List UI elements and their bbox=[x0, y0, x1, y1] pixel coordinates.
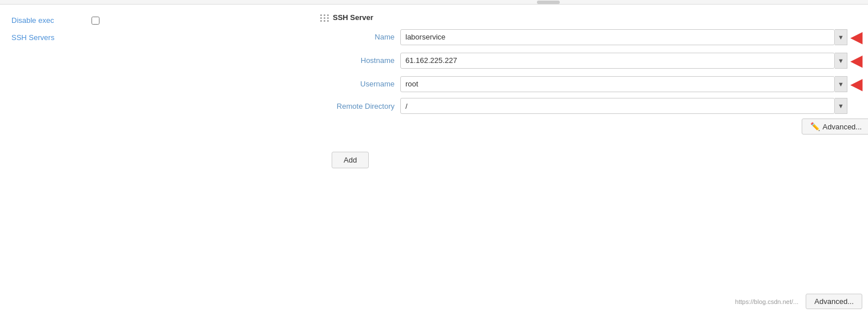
username-input-wrapper: ▼ bbox=[400, 76, 847, 92]
name-row: Name ▼ ◀ 任意起名的远程服务器地址 bbox=[320, 27, 868, 46]
bottom-advanced-button[interactable]: Advanced... bbox=[806, 294, 862, 309]
name-side-btn[interactable]: ▼ bbox=[835, 29, 847, 45]
left-sidebar: Disable exec SSH Servers bbox=[0, 10, 320, 137]
section-title: SSH Server bbox=[333, 13, 373, 22]
hostname-row: Hostname ▼ ◀ 服务器远程地址 bbox=[320, 51, 868, 70]
hostname-arrow-wrapper: ▼ ◀ 服务器远程地址 bbox=[400, 51, 868, 70]
advanced-button[interactable]: ✏️ Advanced... bbox=[802, 119, 868, 135]
disable-exec-label: Disable exec bbox=[11, 16, 91, 25]
username-arrow-icon: ◀ bbox=[850, 74, 863, 93]
hostname-input[interactable] bbox=[400, 53, 835, 69]
config-panel: SSH Server Name ▼ ◀ 任意起名的远程服务器地址 bbox=[320, 10, 868, 137]
pencil-icon: ✏️ bbox=[810, 122, 820, 131]
hostname-label: Hostname bbox=[320, 56, 400, 65]
add-button[interactable]: Add bbox=[332, 152, 369, 168]
remote-directory-side-btn[interactable]: ▼ bbox=[835, 98, 847, 114]
hostname-input-wrapper: ▼ bbox=[400, 53, 847, 69]
remote-directory-row: Remote Directory ▼ bbox=[320, 98, 868, 114]
name-input[interactable] bbox=[400, 29, 835, 45]
scrollbar-thumb[interactable] bbox=[537, 1, 560, 4]
hostname-side-btn[interactable]: ▼ bbox=[835, 53, 847, 69]
disable-exec-checkbox[interactable] bbox=[91, 17, 99, 25]
form-rows: Name ▼ ◀ 任意起名的远程服务器地址 Hostname bbox=[320, 27, 868, 114]
bottom-advanced-label: Advanced... bbox=[814, 297, 854, 306]
watermark-url: https://blog.csdn.net/... bbox=[735, 298, 799, 305]
remote-directory-input-wrapper: ▼ bbox=[400, 98, 847, 114]
main-content: Disable exec SSH Servers SSH Server bbox=[0, 5, 868, 143]
top-scrollbar bbox=[0, 0, 868, 5]
username-side-btn[interactable]: ▼ bbox=[835, 76, 847, 92]
buttons-row: ✏️ Advanced... Test Configuration Delete bbox=[320, 119, 868, 135]
ssh-servers-link[interactable]: SSH Servers bbox=[11, 33, 309, 42]
page-container: Disable exec SSH Servers SSH Server bbox=[0, 0, 868, 312]
username-row: Username ▼ ◀ 登录用户 bbox=[320, 74, 868, 93]
section-header: SSH Server bbox=[320, 13, 373, 22]
disable-exec-row: Disable exec bbox=[11, 16, 309, 25]
name-input-wrapper: ▼ bbox=[400, 29, 847, 45]
hostname-arrow-icon: ◀ bbox=[850, 51, 863, 70]
name-label: Name bbox=[320, 33, 400, 41]
ssh-server-section: SSH Server bbox=[320, 13, 868, 22]
advanced-label: Advanced... bbox=[823, 123, 862, 131]
drag-handle-icon[interactable] bbox=[320, 14, 329, 22]
username-label: Username bbox=[320, 80, 400, 88]
name-arrow-wrapper: ▼ ◀ 任意起名的远程服务器地址 bbox=[400, 27, 868, 46]
name-arrow-icon: ◀ bbox=[850, 27, 863, 46]
remote-directory-input[interactable] bbox=[400, 98, 835, 114]
add-row: Add bbox=[0, 152, 868, 168]
username-input[interactable] bbox=[400, 76, 835, 92]
username-arrow-wrapper: ▼ ◀ 登录用户 bbox=[400, 74, 868, 93]
remote-directory-label: Remote Directory bbox=[320, 102, 400, 110]
bottom-watermark: https://blog.csdn.net/... Advanced... bbox=[735, 294, 862, 309]
